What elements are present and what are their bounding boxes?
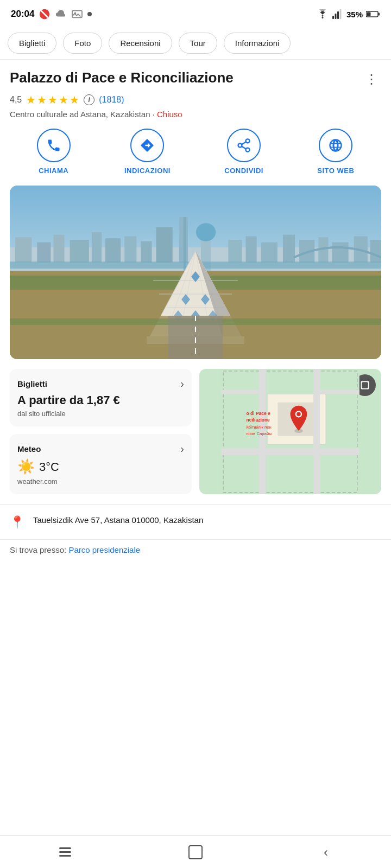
more-options-icon[interactable]: ⋮ xyxy=(362,69,381,89)
place-title: Palazzo di Pace e Riconciliazione xyxy=(10,69,362,86)
svg-rect-11 xyxy=(367,12,371,16)
svg-rect-8 xyxy=(339,9,341,19)
place-category: Centro culturale ad Astana, Kazakistan xyxy=(10,110,150,119)
svg-rect-37 xyxy=(261,242,278,262)
address-section: 📍 Tauelsizdik Ave 57, Astana 010000, Kaz… xyxy=(0,504,391,539)
status-right: 35% xyxy=(316,9,380,19)
map-card[interactable]: o di Pace e nciliazione йбітшілік пен пі… xyxy=(199,369,381,494)
svg-text:пісім Сарайы: пісім Сарайы xyxy=(247,431,272,436)
svg-rect-30 xyxy=(124,236,136,263)
meteo-card[interactable]: Meteo › ☀️ 3°C weather.com xyxy=(10,434,192,494)
status-dot xyxy=(87,12,92,16)
tab-bar: Biglietti Foto Recensioni Tour Informazi… xyxy=(0,27,391,60)
address-text: Tauelsizdik Ave 57, Astana 010000, Kazak… xyxy=(33,514,203,527)
svg-rect-27 xyxy=(70,240,89,263)
map-illustration: o di Pace e nciliazione йбітшілік пен пі… xyxy=(199,369,381,494)
tab-tour[interactable]: Tour xyxy=(179,33,217,54)
foreground-road xyxy=(10,316,381,359)
stars: ★ ★ ★ ★ ★ xyxy=(26,93,79,106)
svg-text:o di Pace e: o di Pace e xyxy=(247,411,271,416)
image-icon xyxy=(71,9,83,19)
star-3: ★ xyxy=(48,93,58,106)
directions-icon xyxy=(140,138,155,153)
svg-rect-24 xyxy=(15,237,31,263)
nav-bar: ‹ xyxy=(0,835,391,868)
place-status: Chiuso xyxy=(157,110,182,119)
sun-icon: ☀️ xyxy=(17,458,35,475)
info-icon[interactable]: i xyxy=(84,94,94,105)
status-bar: 20:04 35% xyxy=(0,0,391,27)
tab-informazioni[interactable]: Informazioni xyxy=(224,33,291,54)
svg-rect-76 xyxy=(221,390,258,394)
review-count[interactable]: (1818) xyxy=(99,95,124,105)
svg-text:nciliazione: nciliazione xyxy=(247,417,270,423)
indicazioni-circle xyxy=(130,129,164,162)
biglietti-source: dal sito ufficiale xyxy=(17,410,184,418)
cloud-icon xyxy=(55,9,67,19)
signal-icon xyxy=(332,9,343,19)
svg-point-84 xyxy=(297,412,301,416)
weather-row: ☀️ 3°C xyxy=(17,458,184,475)
photo-area[interactable] xyxy=(10,186,381,359)
home-icon xyxy=(188,845,203,859)
svg-text:йбітшілік пен: йбітшілік пен xyxy=(247,425,272,430)
meteo-card-header: Meteo › xyxy=(17,443,184,455)
condividi-button[interactable]: CONDIVIDI xyxy=(224,129,263,175)
svg-rect-75 xyxy=(313,369,320,494)
time-display: 20:04 xyxy=(11,9,34,20)
sito-web-circle xyxy=(319,129,352,162)
nav-back-button[interactable]: ‹ xyxy=(310,841,342,863)
chiama-label: CHIAMA xyxy=(39,167,68,175)
chiama-button[interactable]: CHIAMA xyxy=(37,129,71,175)
tab-foto[interactable]: Foto xyxy=(63,33,102,54)
trova-prefix: Si trova presso: xyxy=(10,545,66,554)
star-4: ★ xyxy=(59,93,68,106)
meteo-arrow: › xyxy=(180,443,184,455)
pyramid-scene xyxy=(10,186,381,359)
svg-point-34 xyxy=(196,223,216,241)
address-pin-icon: 📍 xyxy=(10,515,24,529)
phone-icon xyxy=(46,138,61,153)
web-icon xyxy=(328,138,343,153)
meteo-title: Meteo xyxy=(17,444,41,454)
title-row: Palazzo di Pace e Riconciliazione ⋮ xyxy=(10,69,381,89)
nosim-icon xyxy=(39,8,51,20)
trova-link[interactable]: Parco presidenziale xyxy=(68,545,140,554)
status-time: 20:04 xyxy=(11,8,92,20)
address-row: 📍 Tauelsizdik Ave 57, Astana 010000, Kaz… xyxy=(10,514,381,529)
tab-recensioni[interactable]: Recensioni xyxy=(109,33,172,54)
biglietti-title: Biglietti xyxy=(17,379,47,388)
wifi-icon xyxy=(316,9,329,19)
svg-point-4 xyxy=(321,17,323,18)
nav-home-button[interactable] xyxy=(179,841,212,863)
biglietti-price: A partire da 1,87 € xyxy=(17,393,184,407)
main-content: Palazzo di Pace e Riconciliazione ⋮ 4,5 … xyxy=(0,60,391,494)
biglietti-card[interactable]: Biglietti › A partire da 1,87 € dal sito… xyxy=(10,369,192,426)
svg-rect-5 xyxy=(332,16,334,19)
star-1: ★ xyxy=(26,93,36,106)
cards-row: Biglietti › A partire da 1,87 € dal sito… xyxy=(10,369,381,494)
svg-rect-77 xyxy=(320,390,360,394)
svg-rect-28 xyxy=(92,232,102,263)
svg-point-12 xyxy=(246,139,250,143)
sito-web-label: SITO WEB xyxy=(317,167,354,175)
back-icon: ‹ xyxy=(324,845,328,860)
action-buttons: CHIAMA INDICAZIONI CONDIVIDI xyxy=(10,129,381,175)
tab-biglietti[interactable]: Biglietti xyxy=(8,33,56,54)
svg-point-17 xyxy=(330,140,342,151)
nav-recent-button[interactable] xyxy=(49,841,81,863)
share-icon xyxy=(236,138,251,153)
trova-row: Si trova presso: Parco presidenziale xyxy=(0,539,391,563)
svg-rect-25 xyxy=(37,242,51,262)
svg-point-13 xyxy=(238,144,242,148)
indicazioni-button[interactable]: INDICAZIONI xyxy=(124,129,171,175)
subtitle: Centro culturale ad Astana, Kazakistan ·… xyxy=(10,110,381,119)
rating-number: 4,5 xyxy=(10,95,22,105)
sito-web-button[interactable]: SITO WEB xyxy=(317,129,354,175)
biglietti-arrow: › xyxy=(180,378,184,390)
weather-temp: 3°C xyxy=(39,460,59,474)
svg-rect-10 xyxy=(379,13,380,16)
battery-icon xyxy=(366,10,380,18)
battery-display: 35% xyxy=(346,10,363,19)
svg-rect-7 xyxy=(337,11,339,19)
